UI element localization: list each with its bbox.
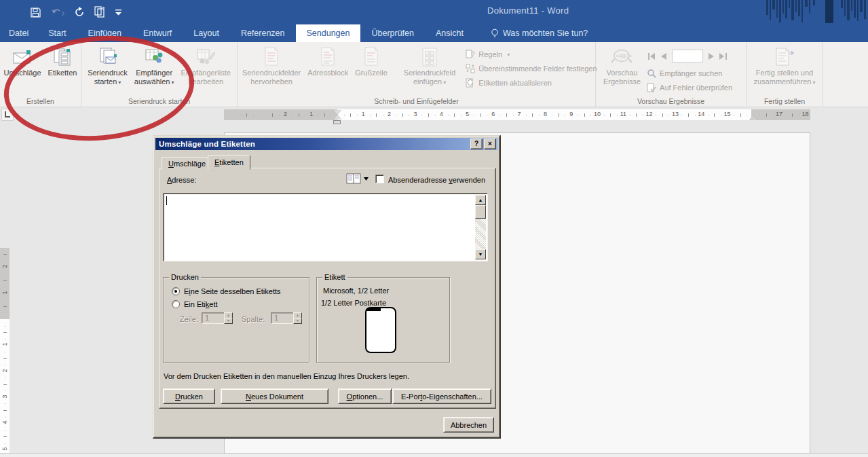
group-label-schreib-einfuegefelder: Schreib- und Einfügefelder	[238, 97, 595, 105]
redo-icon[interactable]	[74, 7, 85, 18]
title-bar: Dokument11 - Word	[0, 0, 868, 24]
address-book-icon	[346, 173, 361, 184]
address-label: Adresse:	[167, 176, 196, 184]
customize-qat-icon[interactable]	[115, 10, 121, 16]
dialog-help-button[interactable]: ?	[470, 139, 483, 149]
dialog-tab-etiketten[interactable]: Etiketten	[208, 155, 250, 170]
umschlaege-button[interactable]: Umschläge	[1, 44, 45, 77]
greeting-line-icon	[362, 45, 380, 69]
single-label-radio[interactable]	[172, 300, 180, 308]
preview-results-icon: «ABC»	[611, 45, 634, 69]
seriendruckfeld-einfuegen-button[interactable]: Seriendruckfeld einfügen▾	[400, 44, 459, 87]
etiketten-aktualisieren-button[interactable]: Etiketten aktualisieren	[466, 78, 597, 88]
last-record-button[interactable]	[719, 50, 727, 62]
tab-referenzen[interactable]: Referenzen	[230, 24, 296, 42]
envelope-icon	[12, 45, 33, 69]
scroll-up-button[interactable]: ▲	[475, 195, 486, 205]
next-record-button[interactable]	[709, 50, 714, 62]
group-schreib-einfuegefelder: Seriendruckfelder hervorheben Adressbloc…	[238, 42, 596, 107]
group-seriendruck-starten: Seriendruck starten▾ Empfänger auswählen…	[81, 42, 238, 107]
address-textarea[interactable]: ▲ ▼	[163, 193, 488, 261]
abbrechen-button[interactable]: Abbrechen	[443, 417, 494, 433]
tab-ansicht[interactable]: Ansicht	[425, 24, 474, 42]
insert-merge-field-icon	[421, 45, 438, 69]
dialog-tab-umschlaege[interactable]: Umschläge	[162, 157, 212, 170]
tab-entwurf[interactable]: Entwurf	[132, 24, 183, 42]
horizontal-ruler: 211234567891011121314151718	[224, 109, 810, 120]
select-recipients-icon	[145, 45, 164, 69]
column-spin-down[interactable]: ▼	[293, 318, 302, 324]
ribbon: Umschläge Etiketten Erstellen Seriendr	[0, 42, 868, 107]
highlight-merge-fields-icon	[263, 45, 280, 69]
status-strip	[0, 453, 868, 457]
scrollbar-thumb[interactable]	[475, 205, 486, 219]
edit-recipient-list-icon	[195, 45, 216, 69]
tell-me-box[interactable]: Was möchten Sie tun?	[484, 24, 595, 42]
insert-address-button[interactable]	[346, 173, 369, 184]
row-spinner[interactable]: 1 ▲ ▼	[202, 312, 233, 324]
svg-text:?: ?	[471, 51, 475, 58]
neues-dokument-button[interactable]: Neues Dokument	[221, 388, 328, 404]
etiketten-button[interactable]: Etiketten	[45, 44, 81, 77]
vertical-ruler: 21123456789	[0, 248, 10, 457]
empfaengerliste-bearbeiten-button[interactable]: Empfängerliste bearbeiten	[177, 44, 233, 86]
labels-icon	[53, 45, 72, 69]
ribbon-tab-row: Datei Start Einfügen Entwurf Layout Refe…	[0, 24, 868, 42]
single-label-radio-label: Ein Etikett	[184, 300, 218, 308]
tab-sendungen[interactable]: Sendungen	[296, 24, 361, 42]
auf-fehler-ueberpruefen-button[interactable]: Auf Fehler überprüfen	[647, 83, 732, 92]
vertical-scrollbar[interactable]: ▲ ▼	[475, 195, 486, 259]
right-indent-marker[interactable]	[749, 115, 757, 120]
seriendruck-starten-button[interactable]: Seriendruck starten▾	[84, 44, 131, 87]
use-return-address-checkbox[interactable]	[375, 175, 384, 183]
save-icon[interactable]	[30, 7, 41, 18]
dialog-title-bar[interactable]: Umschläge und Etiketten ? ×	[155, 138, 497, 150]
group-label-vorschau-ergebnisse: Vorschau Ergebnisse	[596, 97, 746, 105]
text-cursor	[166, 196, 167, 205]
document-area: 21123456789 Umschläge und Etiketten ? × …	[0, 122, 868, 457]
eporto-eigenschaften-button[interactable]: E-Porto-Eigenschaften...	[392, 388, 491, 404]
dropdown-caret-icon: ▾	[171, 79, 174, 86]
undo-icon[interactable]	[51, 7, 64, 18]
row-label: Zeile:	[180, 315, 198, 323]
tab-einfuegen[interactable]: Einfügen	[77, 24, 132, 42]
uebereinstimmende-felder-button[interactable]: Übereinstimmende Felder festlegen	[466, 64, 597, 73]
dropdown-caret-icon	[364, 177, 369, 181]
match-fields-icon	[466, 64, 475, 73]
record-number-input[interactable]	[672, 50, 703, 62]
scroll-down-button[interactable]: ▼	[475, 249, 486, 259]
empfaenger-auswaehlen-button[interactable]: Empfänger auswählen▾	[131, 44, 178, 87]
first-record-button[interactable]	[648, 50, 656, 62]
row-spin-down[interactable]: ▼	[224, 318, 233, 324]
adressblock-button[interactable]: Adressblock	[304, 44, 352, 77]
quick-access-toolbar	[30, 4, 121, 20]
regeln-button[interactable]: ? Regeln▾	[466, 50, 597, 59]
dialog-close-button[interactable]: ×	[484, 139, 496, 149]
column-spinner[interactable]: 1 ▲ ▼	[271, 312, 302, 324]
fertig-stellen-button[interactable]: Fertig stellen und zusammenführen▾	[750, 44, 818, 87]
drucken-group-title: Drucken	[169, 273, 201, 281]
group-label-seriendruck-starten: Seriendruck starten	[81, 97, 237, 105]
vorschau-ergebnisse-button[interactable]: «ABC» Vorschau Ergebnisse	[600, 44, 644, 86]
seriendruckfelder-hervorheben-button[interactable]: Seriendruckfelder hervorheben	[239, 44, 304, 86]
empfaenger-suchen-button[interactable]: Empfänger suchen	[647, 69, 732, 78]
window-title: Dokument11 - Word	[487, 5, 569, 16]
label-preview	[365, 307, 396, 353]
printer-note: Vor dem Drucken Etiketten in den manuell…	[164, 372, 409, 380]
tab-stop-selector[interactable]	[1, 109, 14, 121]
copy-pages-icon[interactable]	[94, 6, 106, 18]
optionen-button[interactable]: Optionen...	[338, 388, 392, 404]
full-page-radio[interactable]	[172, 287, 180, 295]
decorative-bars	[766, 0, 868, 27]
grusszeile-button[interactable]: Grußzeile	[352, 44, 391, 77]
tab-ueberpruefen[interactable]: Überprüfen	[360, 24, 425, 42]
first-line-indent-marker[interactable]	[333, 110, 341, 115]
hanging-indent-marker[interactable]	[333, 115, 341, 120]
tab-start[interactable]: Start	[37, 24, 77, 42]
tab-layout[interactable]: Layout	[183, 24, 230, 42]
tab-datei[interactable]: Datei	[0, 24, 37, 42]
group-fertig-stellen: Fertig stellen und zusammenführen▾ Ferti…	[747, 42, 823, 107]
full-page-radio-label: Eine Seite desselben Etiketts	[184, 287, 281, 295]
previous-record-button[interactable]	[661, 50, 666, 62]
drucken-button[interactable]: Drucken	[163, 388, 215, 404]
